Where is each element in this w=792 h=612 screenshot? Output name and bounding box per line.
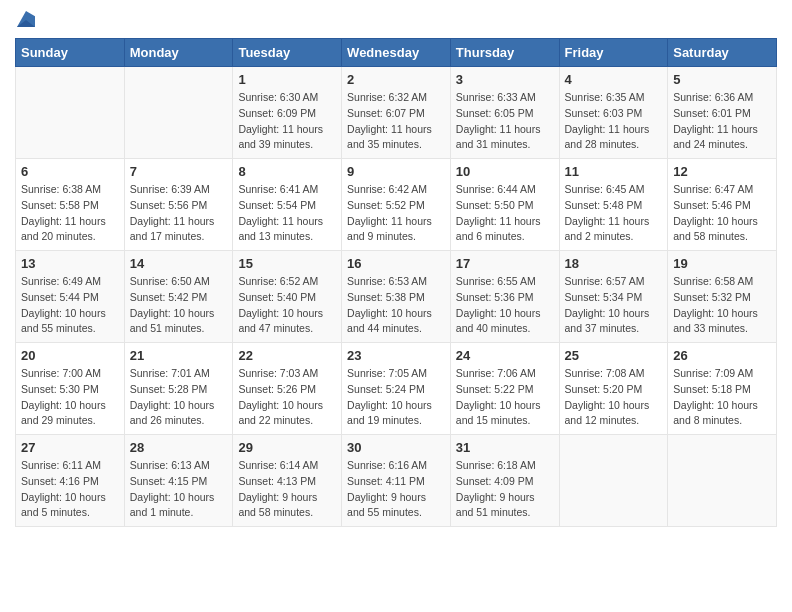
day-info: Sunrise: 6:45 AM Sunset: 5:48 PM Dayligh… bbox=[565, 182, 663, 245]
day-info: Sunrise: 6:41 AM Sunset: 5:54 PM Dayligh… bbox=[238, 182, 336, 245]
calendar-cell: 15Sunrise: 6:52 AM Sunset: 5:40 PM Dayli… bbox=[233, 251, 342, 343]
weekday-header-thursday: Thursday bbox=[450, 39, 559, 67]
calendar-cell: 5Sunrise: 6:36 AM Sunset: 6:01 PM Daylig… bbox=[668, 67, 777, 159]
calendar-cell: 14Sunrise: 6:50 AM Sunset: 5:42 PM Dayli… bbox=[124, 251, 233, 343]
calendar-cell: 23Sunrise: 7:05 AM Sunset: 5:24 PM Dayli… bbox=[342, 343, 451, 435]
calendar-table: SundayMondayTuesdayWednesdayThursdayFrid… bbox=[15, 38, 777, 527]
day-info: Sunrise: 6:50 AM Sunset: 5:42 PM Dayligh… bbox=[130, 274, 228, 337]
day-info: Sunrise: 6:39 AM Sunset: 5:56 PM Dayligh… bbox=[130, 182, 228, 245]
day-number: 28 bbox=[130, 440, 228, 455]
page-header bbox=[15, 10, 777, 28]
day-info: Sunrise: 6:58 AM Sunset: 5:32 PM Dayligh… bbox=[673, 274, 771, 337]
day-number: 1 bbox=[238, 72, 336, 87]
weekday-header-saturday: Saturday bbox=[668, 39, 777, 67]
weekday-header-tuesday: Tuesday bbox=[233, 39, 342, 67]
calendar-row-4: 27Sunrise: 6:11 AM Sunset: 4:16 PM Dayli… bbox=[16, 435, 777, 527]
day-number: 13 bbox=[21, 256, 119, 271]
day-info: Sunrise: 6:55 AM Sunset: 5:36 PM Dayligh… bbox=[456, 274, 554, 337]
calendar-cell: 3Sunrise: 6:33 AM Sunset: 6:05 PM Daylig… bbox=[450, 67, 559, 159]
day-number: 14 bbox=[130, 256, 228, 271]
calendar-cell: 7Sunrise: 6:39 AM Sunset: 5:56 PM Daylig… bbox=[124, 159, 233, 251]
day-info: Sunrise: 6:57 AM Sunset: 5:34 PM Dayligh… bbox=[565, 274, 663, 337]
day-info: Sunrise: 6:30 AM Sunset: 6:09 PM Dayligh… bbox=[238, 90, 336, 153]
day-info: Sunrise: 6:53 AM Sunset: 5:38 PM Dayligh… bbox=[347, 274, 445, 337]
day-number: 10 bbox=[456, 164, 554, 179]
calendar-row-2: 13Sunrise: 6:49 AM Sunset: 5:44 PM Dayli… bbox=[16, 251, 777, 343]
day-number: 12 bbox=[673, 164, 771, 179]
calendar-cell: 16Sunrise: 6:53 AM Sunset: 5:38 PM Dayli… bbox=[342, 251, 451, 343]
day-info: Sunrise: 7:03 AM Sunset: 5:26 PM Dayligh… bbox=[238, 366, 336, 429]
logo bbox=[15, 10, 35, 28]
calendar-cell: 2Sunrise: 6:32 AM Sunset: 6:07 PM Daylig… bbox=[342, 67, 451, 159]
calendar-cell: 6Sunrise: 6:38 AM Sunset: 5:58 PM Daylig… bbox=[16, 159, 125, 251]
day-info: Sunrise: 6:16 AM Sunset: 4:11 PM Dayligh… bbox=[347, 458, 445, 521]
day-number: 15 bbox=[238, 256, 336, 271]
day-info: Sunrise: 6:35 AM Sunset: 6:03 PM Dayligh… bbox=[565, 90, 663, 153]
day-number: 29 bbox=[238, 440, 336, 455]
calendar-cell: 20Sunrise: 7:00 AM Sunset: 5:30 PM Dayli… bbox=[16, 343, 125, 435]
day-number: 5 bbox=[673, 72, 771, 87]
day-info: Sunrise: 6:11 AM Sunset: 4:16 PM Dayligh… bbox=[21, 458, 119, 521]
day-number: 25 bbox=[565, 348, 663, 363]
calendar-cell bbox=[559, 435, 668, 527]
day-info: Sunrise: 6:33 AM Sunset: 6:05 PM Dayligh… bbox=[456, 90, 554, 153]
weekday-header-monday: Monday bbox=[124, 39, 233, 67]
calendar-cell: 4Sunrise: 6:35 AM Sunset: 6:03 PM Daylig… bbox=[559, 67, 668, 159]
calendar-cell: 21Sunrise: 7:01 AM Sunset: 5:28 PM Dayli… bbox=[124, 343, 233, 435]
day-number: 26 bbox=[673, 348, 771, 363]
calendar-cell: 19Sunrise: 6:58 AM Sunset: 5:32 PM Dayli… bbox=[668, 251, 777, 343]
logo-icon bbox=[17, 10, 35, 28]
day-info: Sunrise: 6:44 AM Sunset: 5:50 PM Dayligh… bbox=[456, 182, 554, 245]
calendar-cell bbox=[16, 67, 125, 159]
day-number: 3 bbox=[456, 72, 554, 87]
calendar-cell: 1Sunrise: 6:30 AM Sunset: 6:09 PM Daylig… bbox=[233, 67, 342, 159]
calendar-row-1: 6Sunrise: 6:38 AM Sunset: 5:58 PM Daylig… bbox=[16, 159, 777, 251]
calendar-cell: 8Sunrise: 6:41 AM Sunset: 5:54 PM Daylig… bbox=[233, 159, 342, 251]
calendar-row-3: 20Sunrise: 7:00 AM Sunset: 5:30 PM Dayli… bbox=[16, 343, 777, 435]
calendar-row-0: 1Sunrise: 6:30 AM Sunset: 6:09 PM Daylig… bbox=[16, 67, 777, 159]
calendar-cell bbox=[124, 67, 233, 159]
day-number: 18 bbox=[565, 256, 663, 271]
calendar-cell: 27Sunrise: 6:11 AM Sunset: 4:16 PM Dayli… bbox=[16, 435, 125, 527]
day-info: Sunrise: 6:18 AM Sunset: 4:09 PM Dayligh… bbox=[456, 458, 554, 521]
weekday-header-wednesday: Wednesday bbox=[342, 39, 451, 67]
day-info: Sunrise: 6:38 AM Sunset: 5:58 PM Dayligh… bbox=[21, 182, 119, 245]
day-number: 17 bbox=[456, 256, 554, 271]
calendar-cell: 22Sunrise: 7:03 AM Sunset: 5:26 PM Dayli… bbox=[233, 343, 342, 435]
calendar-cell: 24Sunrise: 7:06 AM Sunset: 5:22 PM Dayli… bbox=[450, 343, 559, 435]
calendar-cell: 18Sunrise: 6:57 AM Sunset: 5:34 PM Dayli… bbox=[559, 251, 668, 343]
calendar-cell: 11Sunrise: 6:45 AM Sunset: 5:48 PM Dayli… bbox=[559, 159, 668, 251]
day-number: 21 bbox=[130, 348, 228, 363]
day-info: Sunrise: 6:14 AM Sunset: 4:13 PM Dayligh… bbox=[238, 458, 336, 521]
day-info: Sunrise: 6:36 AM Sunset: 6:01 PM Dayligh… bbox=[673, 90, 771, 153]
day-info: Sunrise: 6:32 AM Sunset: 6:07 PM Dayligh… bbox=[347, 90, 445, 153]
day-number: 20 bbox=[21, 348, 119, 363]
day-number: 2 bbox=[347, 72, 445, 87]
calendar-cell: 10Sunrise: 6:44 AM Sunset: 5:50 PM Dayli… bbox=[450, 159, 559, 251]
day-number: 23 bbox=[347, 348, 445, 363]
day-info: Sunrise: 6:13 AM Sunset: 4:15 PM Dayligh… bbox=[130, 458, 228, 521]
calendar-cell: 17Sunrise: 6:55 AM Sunset: 5:36 PM Dayli… bbox=[450, 251, 559, 343]
calendar-cell: 30Sunrise: 6:16 AM Sunset: 4:11 PM Dayli… bbox=[342, 435, 451, 527]
calendar-cell: 25Sunrise: 7:08 AM Sunset: 5:20 PM Dayli… bbox=[559, 343, 668, 435]
day-number: 30 bbox=[347, 440, 445, 455]
calendar-cell: 9Sunrise: 6:42 AM Sunset: 5:52 PM Daylig… bbox=[342, 159, 451, 251]
day-info: Sunrise: 6:52 AM Sunset: 5:40 PM Dayligh… bbox=[238, 274, 336, 337]
day-info: Sunrise: 7:05 AM Sunset: 5:24 PM Dayligh… bbox=[347, 366, 445, 429]
day-number: 16 bbox=[347, 256, 445, 271]
weekday-header-row: SundayMondayTuesdayWednesdayThursdayFrid… bbox=[16, 39, 777, 67]
calendar-cell: 12Sunrise: 6:47 AM Sunset: 5:46 PM Dayli… bbox=[668, 159, 777, 251]
day-number: 8 bbox=[238, 164, 336, 179]
day-number: 27 bbox=[21, 440, 119, 455]
day-number: 7 bbox=[130, 164, 228, 179]
weekday-header-sunday: Sunday bbox=[16, 39, 125, 67]
calendar-cell: 31Sunrise: 6:18 AM Sunset: 4:09 PM Dayli… bbox=[450, 435, 559, 527]
day-info: Sunrise: 6:42 AM Sunset: 5:52 PM Dayligh… bbox=[347, 182, 445, 245]
day-info: Sunrise: 7:06 AM Sunset: 5:22 PM Dayligh… bbox=[456, 366, 554, 429]
day-number: 22 bbox=[238, 348, 336, 363]
calendar-cell: 13Sunrise: 6:49 AM Sunset: 5:44 PM Dayli… bbox=[16, 251, 125, 343]
day-info: Sunrise: 7:01 AM Sunset: 5:28 PM Dayligh… bbox=[130, 366, 228, 429]
day-number: 4 bbox=[565, 72, 663, 87]
day-info: Sunrise: 6:49 AM Sunset: 5:44 PM Dayligh… bbox=[21, 274, 119, 337]
day-number: 31 bbox=[456, 440, 554, 455]
